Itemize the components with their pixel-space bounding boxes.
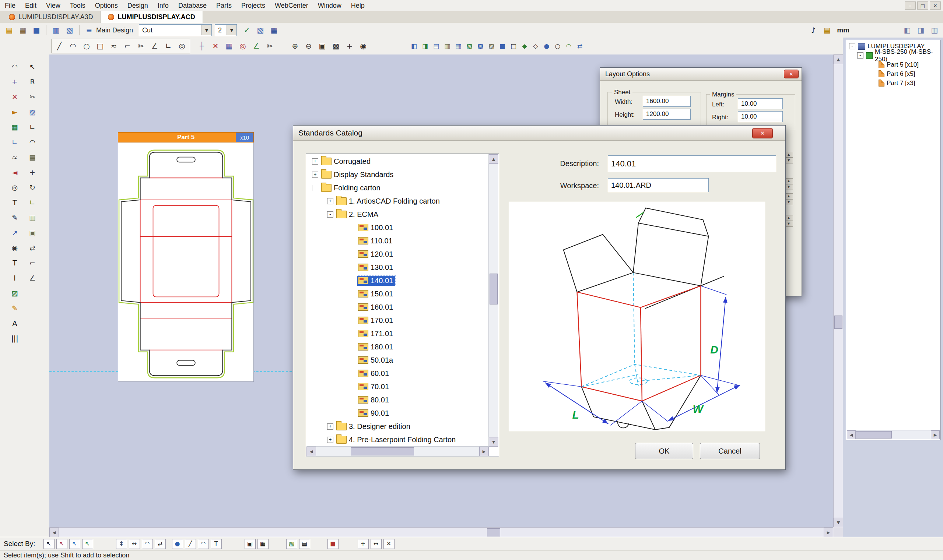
standards-tree-row[interactable]: 70.01 — [307, 380, 488, 393]
overlays-icon[interactable]: ▧ — [254, 24, 267, 37]
trim-tool-icon[interactable]: ✂ — [135, 40, 147, 52]
dialog-title-bar[interactable]: Layout Options — [600, 68, 801, 81]
tree-item-label[interactable]: 2. ECMA — [349, 210, 378, 219]
label-icon[interactable]: A — [8, 317, 22, 329]
delete-tool-icon[interactable]: ✕ — [8, 91, 22, 103]
move-point-icon[interactable]: + — [8, 75, 22, 88]
tab-lumiplusdisplay-a3d[interactable]: LUMIPLUSDISPLAY.A3D — [2, 11, 100, 23]
print-icon[interactable]: ▦ — [17, 24, 29, 37]
rotate-tool-icon[interactable]: ↻ — [25, 181, 40, 194]
standards-tree-row[interactable]: + 4. Pre-Laserpoint Folding Carton — [307, 433, 488, 446]
standards-tree-row[interactable]: 171.01 — [307, 327, 488, 340]
tree-item-label[interactable]: 80.01 — [371, 396, 389, 404]
standards-tree-row[interactable]: 150.01 — [307, 287, 488, 300]
menu-item[interactable]: Database — [174, 0, 211, 11]
margin-left-input[interactable] — [738, 98, 783, 109]
arc-tool-icon[interactable]: ◠ — [67, 40, 79, 52]
zoom-window-icon[interactable]: ▣ — [316, 40, 328, 52]
arc-edit-icon[interactable]: ◠ — [25, 136, 40, 148]
standards-tree-row[interactable]: 90.01 — [307, 406, 488, 420]
panel-layout-grid-icon[interactable]: ▥ — [928, 24, 941, 37]
dialog-title-bar[interactable]: Standards Catalog — [293, 126, 785, 141]
rotate-cw-icon[interactable]: ● — [541, 40, 552, 52]
scroll-down-button[interactable]: ▼ — [834, 518, 843, 527]
scroll-right-button[interactable]: ▶ — [479, 446, 489, 456]
scroll-left-button[interactable]: ◀ — [307, 446, 316, 456]
cascade-windows-icon[interactable]: ▥ — [50, 24, 62, 37]
tree-expander[interactable]: - — [327, 211, 333, 218]
select-dimensions-icon[interactable]: ↖ — [82, 539, 93, 549]
tree-horizontal-scrollbar[interactable]: ◀ ▶ — [307, 446, 489, 456]
cancel-button[interactable]: Cancel — [700, 443, 760, 459]
tree-expander[interactable]: - — [312, 185, 318, 191]
standards-tree-row[interactable]: 60.01 — [307, 367, 488, 380]
standards-tree-row[interactable]: 160.01 — [307, 300, 488, 314]
select-point-icon[interactable]: ● — [172, 539, 183, 549]
rotate-ccw-icon[interactable]: ○ — [553, 40, 563, 52]
menu-item[interactable]: WebCenter — [270, 0, 313, 11]
horizontal-scroll-thumb[interactable] — [351, 447, 414, 455]
zoom-in-icon[interactable]: ⊕ — [289, 40, 301, 52]
mirror-tool-icon[interactable]: ⇄ — [25, 242, 40, 254]
align-left-icon[interactable]: ◧ — [409, 40, 419, 52]
tree-item-label[interactable]: 90.01 — [371, 409, 389, 417]
tree-item-label[interactable]: 3. Designer edition — [349, 422, 410, 431]
tree-item-label[interactable]: 1. ArtiosCAD Folding carton — [349, 197, 440, 205]
select-designs-icon[interactable]: ↖ — [56, 539, 68, 549]
direction-icon[interactable]: ► — [8, 106, 22, 118]
part-header[interactable]: Part 5 x10 — [118, 132, 254, 143]
menu-item[interactable]: Edit — [20, 0, 41, 11]
pointage-combobox[interactable]: 2 ▼ — [215, 24, 237, 36]
corner-tool-icon[interactable]: ⌐ — [121, 40, 134, 52]
align-top-icon[interactable]: ▤ — [431, 40, 441, 52]
angle-tool-icon[interactable]: ∠ — [148, 40, 161, 52]
sketch-icon[interactable]: ✎ — [8, 211, 22, 224]
group-items-icon[interactable]: ◆ — [519, 40, 530, 52]
panel-layout-right-icon[interactable]: ◨ — [915, 24, 927, 37]
dropdown-arrow-icon[interactable]: ▼ — [227, 25, 236, 35]
mirror-vertical-icon[interactable]: ⇄ — [575, 40, 585, 52]
tree-item-label[interactable]: 150.01 — [371, 290, 393, 298]
snap-target-icon[interactable]: ◎ — [8, 181, 22, 194]
tree-item-label[interactable]: 70.01 — [371, 383, 389, 391]
distribute-vertical-icon[interactable]: ▧ — [464, 40, 475, 52]
menu-item[interactable]: Projects — [236, 0, 270, 11]
tree-item-label[interactable]: Part 6 [x5] — [887, 70, 915, 78]
tree-expander[interactable]: + — [312, 158, 318, 165]
standards-tree-row[interactable]: 80.01 — [307, 393, 488, 406]
close-button[interactable]: ✕ — [784, 69, 798, 78]
menu-item[interactable]: Window — [313, 0, 346, 11]
rectangle-tool-icon[interactable]: □ — [94, 40, 106, 52]
tree-item-label[interactable]: 170.01 — [371, 316, 393, 325]
save-icon[interactable]: ■ — [30, 24, 43, 37]
height-input[interactable] — [643, 109, 691, 120]
scroll-right-button[interactable]: ▶ — [824, 528, 833, 537]
select-text-icon[interactable]: T — [211, 539, 222, 549]
close-button[interactable]: ✕ — [930, 2, 941, 9]
select-part-icon[interactable]: ■ — [327, 539, 339, 549]
tree-expander[interactable]: + — [327, 198, 333, 204]
barcode-icon[interactable]: ||| — [8, 332, 22, 345]
target-icon[interactable]: ◎ — [236, 40, 249, 52]
menu-item[interactable]: Tools — [65, 0, 90, 11]
line-type-combobox[interactable]: Cut ▼ — [139, 24, 212, 36]
nest-layout-icon[interactable]: ▩ — [475, 40, 485, 52]
sheet-fill-icon[interactable]: ▨ — [486, 40, 496, 52]
select-line-icon[interactable]: ╱ — [185, 539, 196, 549]
tile-windows-icon[interactable]: ▧ — [63, 24, 76, 37]
pencil-icon[interactable]: ✎ — [8, 302, 22, 314]
menu-item[interactable]: View — [41, 0, 65, 11]
tree-item-label[interactable]: Folding carton — [334, 184, 381, 192]
scroll-left-button[interactable]: ◀ — [49, 528, 59, 537]
main-design-icon[interactable]: ≡ — [83, 24, 96, 37]
layers-check-icon[interactable]: ✓ — [240, 24, 253, 37]
standards-tree-row[interactable]: + 3. Designer edition — [307, 420, 488, 433]
arrow-ne-icon[interactable]: ↗ — [8, 226, 22, 239]
snap-tool-icon[interactable]: ◎ — [176, 40, 188, 52]
panel-layout-left-icon[interactable]: ◧ — [901, 24, 914, 37]
corner-snap-icon[interactable]: ∟ — [25, 121, 40, 133]
tree-vertical-scrollbar[interactable]: ▲ ▼ — [488, 154, 498, 446]
preview-icon[interactable]: ◉ — [357, 40, 370, 52]
menu-item[interactable]: Parts — [211, 0, 236, 11]
select-horizontal-icon[interactable]: ↔ — [129, 539, 140, 549]
